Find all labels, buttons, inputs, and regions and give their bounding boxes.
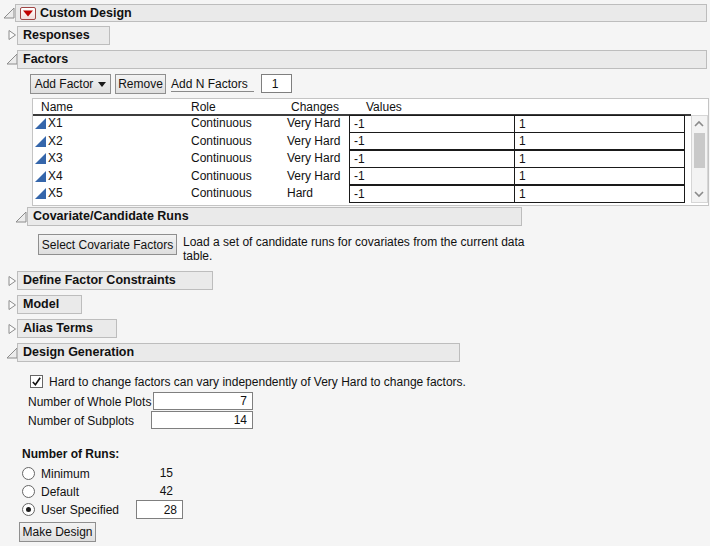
- model-title: Model: [23, 297, 59, 311]
- values-scrollbar[interactable]: [691, 115, 708, 203]
- runs-default-value: 42: [140, 484, 173, 498]
- responses-title: Responses: [23, 28, 90, 42]
- disclosure-expanded-icon[interactable]: [15, 211, 27, 223]
- factor-name: X1: [48, 115, 63, 132]
- runs-user-specified-radio[interactable]: [22, 503, 35, 516]
- red-triangle-menu-button[interactable]: [20, 7, 36, 20]
- factor-value-high[interactable]: 1: [514, 167, 685, 185]
- factor-value-low[interactable]: -1: [349, 115, 515, 133]
- subplots-label: Number of Subplots: [28, 414, 134, 428]
- continuous-factor-icon: [35, 136, 46, 147]
- scroll-up-icon[interactable]: [693, 119, 705, 129]
- custom-design-window: Custom Design Responses Factors Add Fact…: [0, 0, 710, 546]
- runs-user-specified-label: User Specified: [41, 503, 119, 517]
- define-factor-constraints-title: Define Factor Constraints: [23, 273, 176, 287]
- covariate-description-line2: table.: [183, 249, 525, 263]
- continuous-factor-icon: [35, 188, 46, 199]
- runs-minimum-label: Minimum: [41, 467, 90, 481]
- whole-plots-label: Number of Whole Plots: [28, 395, 151, 409]
- factor-changes[interactable]: Very Hard: [287, 150, 340, 167]
- section-header-alias-terms[interactable]: Alias Terms: [17, 319, 117, 338]
- runs-default-label: Default: [41, 485, 79, 499]
- table-row[interactable]: X4 Continuous Very Hard -1 1: [33, 168, 708, 186]
- subplots-input[interactable]: [151, 411, 253, 429]
- section-header-model[interactable]: Model: [17, 295, 82, 314]
- factor-value-low[interactable]: -1: [349, 167, 515, 185]
- factor-value-low[interactable]: -1: [349, 150, 515, 168]
- section-header-covariate[interactable]: Covariate/Candidate Runs: [27, 207, 522, 226]
- remove-label: Remove: [118, 77, 163, 91]
- table-row[interactable]: X1 Continuous Very Hard -1 1: [33, 115, 708, 133]
- factor-name: X5: [48, 185, 63, 202]
- covariate-description: Load a set of candidate runs for covaria…: [183, 235, 525, 263]
- factor-role[interactable]: Continuous: [191, 115, 252, 132]
- checkmark-icon: [31, 376, 42, 387]
- runs-minimum-value: 15: [140, 466, 173, 480]
- factor-changes[interactable]: Very Hard: [287, 133, 340, 150]
- alias-terms-title: Alias Terms: [23, 321, 93, 335]
- factor-changes[interactable]: Very Hard: [287, 115, 340, 132]
- scroll-down-icon[interactable]: [693, 189, 705, 199]
- page-title: Custom Design: [40, 5, 132, 21]
- covariate-title: Covariate/Candidate Runs: [33, 209, 189, 223]
- section-header-define-factor-constraints[interactable]: Define Factor Constraints: [17, 271, 213, 290]
- runs-user-specified-input[interactable]: [136, 500, 183, 519]
- hard-to-change-checkbox-label: Hard to change factors can vary independ…: [49, 375, 466, 389]
- section-header-responses[interactable]: Responses: [17, 26, 110, 45]
- design-generation-title: Design Generation: [23, 345, 134, 359]
- custom-design-header-bar[interactable]: Custom Design: [15, 4, 707, 22]
- factor-role[interactable]: Continuous: [191, 185, 252, 202]
- covariate-description-line1: Load a set of candidate runs for covaria…: [183, 235, 525, 249]
- table-row[interactable]: X2 Continuous Very Hard -1 1: [33, 133, 708, 151]
- select-covariate-factors-label: Select Covariate Factors: [42, 238, 173, 252]
- factor-role[interactable]: Continuous: [191, 133, 252, 150]
- column-header-values: Values: [366, 100, 402, 115]
- factor-name: X4: [48, 168, 63, 185]
- table-row[interactable]: X3 Continuous Very Hard -1 1: [33, 150, 708, 168]
- select-covariate-factors-button[interactable]: Select Covariate Factors: [38, 234, 177, 255]
- table-row[interactable]: X5 Continuous Hard -1 1: [33, 185, 708, 203]
- dropdown-arrow-icon: [98, 82, 106, 87]
- make-design-button[interactable]: Make Design: [19, 522, 96, 542]
- factors-table: Name Role Changes Values X1 Continuous V…: [32, 98, 709, 206]
- runs-default-radio[interactable]: [22, 485, 35, 498]
- factor-name: X2: [48, 133, 63, 150]
- factor-value-high[interactable]: 1: [514, 115, 685, 133]
- add-factor-button[interactable]: Add Factor: [30, 74, 111, 94]
- scrollbar-thumb[interactable]: [694, 133, 706, 168]
- factor-value-high[interactable]: 1: [514, 150, 685, 168]
- factor-value-low[interactable]: -1: [349, 185, 515, 203]
- factor-value-high[interactable]: 1: [514, 185, 685, 203]
- factor-changes[interactable]: Hard: [287, 185, 313, 202]
- section-header-factors[interactable]: Factors: [17, 50, 707, 69]
- column-header-name: Name: [41, 100, 73, 115]
- continuous-factor-icon: [35, 171, 46, 182]
- factors-title: Factors: [23, 52, 68, 66]
- continuous-factor-icon: [35, 153, 46, 164]
- factor-name: X3: [48, 150, 63, 167]
- whole-plots-input[interactable]: [153, 392, 253, 410]
- factor-value-high[interactable]: 1: [514, 132, 685, 150]
- remove-button[interactable]: Remove: [115, 74, 166, 94]
- number-of-runs-title: Number of Runs:: [22, 447, 119, 461]
- continuous-factor-icon: [35, 118, 46, 129]
- factor-changes[interactable]: Very Hard: [287, 168, 340, 185]
- runs-minimum-radio[interactable]: [22, 467, 35, 480]
- make-design-label: Make Design: [22, 525, 92, 539]
- disclosure-expanded-icon[interactable]: [3, 7, 15, 19]
- column-header-role: Role: [191, 100, 216, 115]
- red-triangle-icon: [23, 10, 33, 17]
- section-header-design-generation[interactable]: Design Generation: [17, 343, 460, 362]
- factor-value-low[interactable]: -1: [349, 132, 515, 150]
- hard-to-change-checkbox[interactable]: [30, 375, 43, 388]
- add-factor-label: Add Factor: [35, 77, 94, 91]
- add-n-factors-label: Add N Factors: [171, 77, 254, 92]
- factor-role[interactable]: Continuous: [191, 150, 252, 167]
- add-n-factors-input[interactable]: [261, 74, 292, 93]
- column-header-changes: Changes: [291, 100, 339, 115]
- factor-role[interactable]: Continuous: [191, 168, 252, 185]
